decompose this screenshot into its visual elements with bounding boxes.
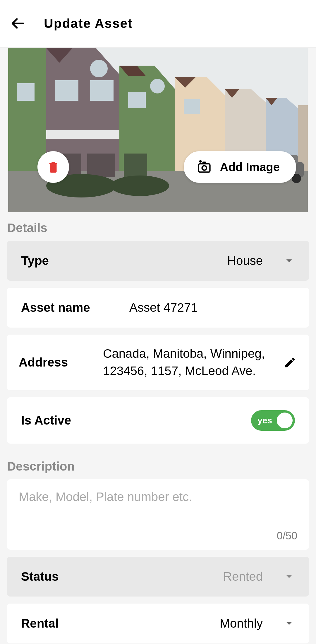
toggle-yes-label: yes <box>257 415 272 425</box>
svg-rect-4 <box>17 83 35 101</box>
chevron-down-icon <box>283 571 295 582</box>
svg-marker-22 <box>298 105 308 171</box>
asset-name-label: Asset name <box>21 301 129 315</box>
page-title: Update Asset <box>44 16 133 31</box>
svg-marker-38 <box>286 622 292 625</box>
svg-rect-8 <box>90 80 114 101</box>
svg-point-9 <box>90 60 108 77</box>
arrow-left-icon <box>10 16 25 31</box>
description-placeholder: Make, Model, Plate number etc. <box>19 490 297 504</box>
svg-rect-7 <box>55 80 78 101</box>
pencil-icon <box>284 356 296 369</box>
is-active-toggle[interactable]: yes <box>251 410 295 431</box>
hero-actions: Add Image <box>37 151 296 183</box>
type-label: Type <box>21 254 49 268</box>
rental-label: Rental <box>21 616 59 631</box>
svg-rect-17 <box>184 99 200 114</box>
is-active-field: Is Active yes <box>7 397 309 444</box>
status-select[interactable]: Status Rented <box>7 557 309 597</box>
add-image-button[interactable]: Add Image <box>184 151 296 183</box>
add-image-label: Add Image <box>220 161 280 174</box>
trash-icon <box>47 160 60 174</box>
asset-image: Add Image <box>8 48 308 212</box>
svg-marker-36 <box>286 259 292 262</box>
edit-address-button[interactable] <box>283 355 297 370</box>
rental-value: Monthly <box>70 616 263 631</box>
type-value: House <box>61 254 263 268</box>
chevron-down-icon <box>283 618 295 629</box>
svg-rect-32 <box>198 164 210 172</box>
chevron-down-icon <box>283 255 295 267</box>
is-active-label: Is Active <box>21 413 71 427</box>
houses-illustration <box>8 48 308 212</box>
delete-image-button[interactable] <box>37 151 69 183</box>
address-label: Address <box>19 355 68 369</box>
app-header: Update Asset <box>0 0 316 47</box>
svg-rect-13 <box>128 92 146 108</box>
back-button[interactable] <box>9 15 26 32</box>
address-field: Address Canada, Manitoba, Winnipeg, 1234… <box>7 335 309 390</box>
type-select[interactable]: Type House <box>7 241 309 281</box>
svg-rect-10 <box>46 130 119 139</box>
details-heading: Details <box>0 212 316 241</box>
rental-select[interactable]: Rental Monthly <box>7 604 309 643</box>
address-value: Canada, Manitoba, Winnipeg, 123456, 1157… <box>80 345 271 380</box>
status-label: Status <box>21 570 59 584</box>
status-value: Rented <box>70 570 263 584</box>
asset-name-field[interactable]: Asset name Asset 47271 <box>7 288 309 328</box>
svg-point-33 <box>202 166 206 170</box>
description-heading: Description <box>0 451 316 479</box>
toggle-knob <box>277 413 293 428</box>
svg-point-14 <box>150 79 165 93</box>
description-counter: 0/50 <box>277 530 297 542</box>
svg-marker-37 <box>286 575 292 578</box>
asset-name-value: Asset 47271 <box>129 301 198 315</box>
camera-add-icon <box>197 159 212 175</box>
description-input[interactable]: Make, Model, Plate number etc. 0/50 <box>7 479 309 550</box>
